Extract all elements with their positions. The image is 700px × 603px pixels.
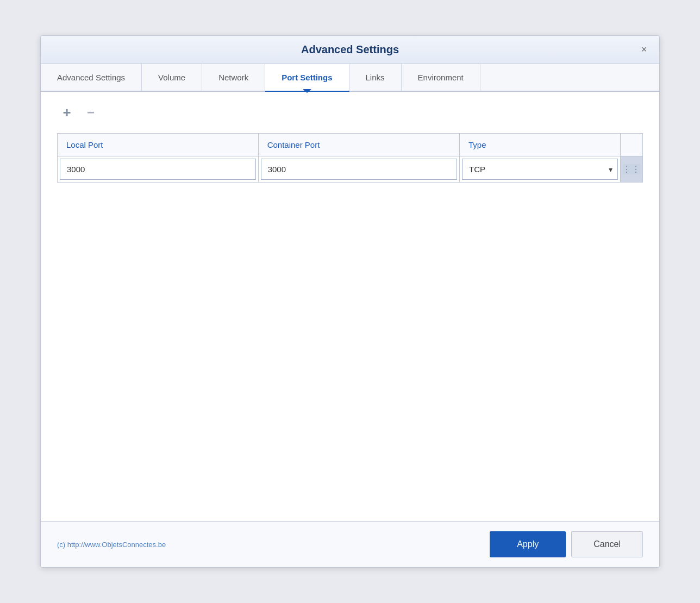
col-header-handle	[621, 134, 643, 156]
copyright-text: (c) http://www.ObjetsConnectes.be	[57, 541, 166, 549]
footer-buttons: Apply Cancel	[490, 531, 643, 557]
tab-volume[interactable]: Volume	[142, 64, 202, 91]
drag-dots-icon: ⋮⋮	[622, 164, 641, 174]
cancel-button[interactable]: Cancel	[571, 531, 643, 557]
tab-environment[interactable]: Environment	[402, 64, 480, 91]
tab-links[interactable]: Links	[349, 64, 402, 91]
tab-port-settings[interactable]: Port Settings	[265, 64, 349, 92]
remove-port-button[interactable]: −	[81, 103, 101, 122]
local-port-input[interactable]	[60, 159, 256, 180]
col-header-container-port: Container Port	[258, 134, 459, 156]
container-port-input[interactable]	[261, 159, 457, 180]
type-select[interactable]: TCP UDP	[462, 159, 618, 180]
type-select-wrapper: TCP UDP ▾	[462, 159, 618, 180]
col-header-type: Type	[460, 134, 621, 156]
tab-advanced-settings[interactable]: Advanced Settings	[41, 64, 142, 91]
advanced-settings-dialog: Advanced Settings × Advanced Settings Vo…	[40, 35, 660, 568]
apply-button[interactable]: Apply	[490, 531, 566, 557]
port-table: Local Port Container Port Type	[57, 133, 643, 183]
table-row: TCP UDP ▾ ⋮⋮	[58, 156, 643, 183]
port-toolbar: + −	[57, 103, 643, 122]
dialog-header: Advanced Settings ×	[41, 36, 659, 64]
close-button[interactable]: ×	[638, 43, 651, 56]
tab-network[interactable]: Network	[202, 64, 265, 91]
dialog-title: Advanced Settings	[301, 43, 399, 56]
tab-bar: Advanced Settings Volume Network Port Se…	[41, 64, 659, 92]
row-drag-handle[interactable]: ⋮⋮	[623, 164, 640, 174]
col-header-local-port: Local Port	[58, 134, 259, 156]
add-port-button[interactable]: +	[57, 103, 77, 122]
dialog-body: + − Local Port Container Port Type	[41, 92, 659, 521]
dialog-footer: (c) http://www.ObjetsConnectes.be Apply …	[41, 521, 659, 567]
